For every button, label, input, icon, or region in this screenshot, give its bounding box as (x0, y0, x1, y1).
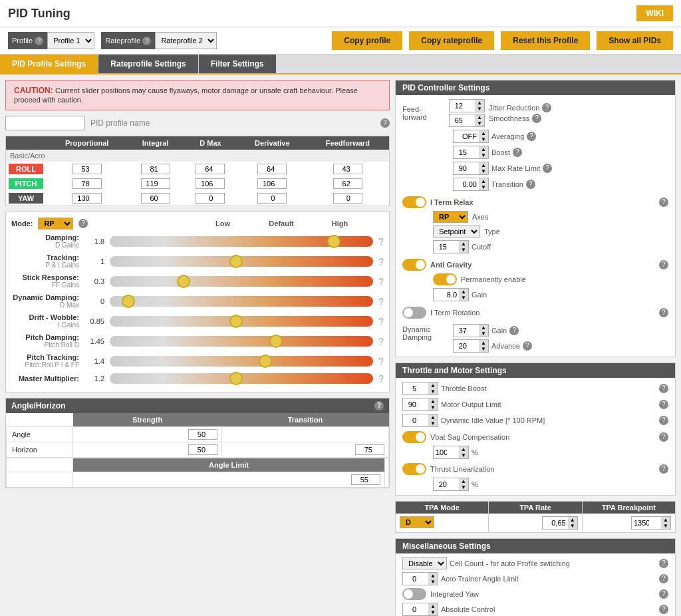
roll-proportional[interactable] (72, 164, 102, 174)
stick-response-help[interactable]: ? (378, 276, 384, 287)
profile-name-input[interactable] (5, 116, 85, 130)
integrated-yaw-toggle[interactable] (402, 588, 426, 600)
damping-help[interactable]: ? (378, 236, 384, 247)
max-rate-up[interactable]: ▲ (479, 162, 488, 168)
acro-trainer-up[interactable]: ▲ (428, 573, 438, 579)
damping-thumb[interactable] (327, 235, 340, 248)
thrust-lin-up[interactable]: ▲ (459, 478, 468, 484)
copy-rateprofile-button[interactable]: Copy rateprofile (409, 31, 494, 50)
boost-val[interactable] (454, 146, 479, 158)
thrust-lin-toggle[interactable] (402, 463, 426, 475)
dyn-advance-val[interactable] (454, 340, 479, 352)
master-mult-thumb[interactable] (229, 372, 243, 385)
feedforward-val1-down[interactable]: ▼ (475, 106, 484, 112)
motor-output-val[interactable] (403, 398, 428, 410)
thrust-lin-down[interactable]: ▼ (459, 484, 468, 490)
max-rate-val[interactable] (454, 162, 479, 174)
dynamic-idle-up[interactable]: ▲ (428, 414, 438, 420)
dyn-gain-val[interactable] (454, 325, 479, 337)
tab-pid[interactable]: PID Profile Settings (0, 55, 98, 73)
type-select[interactable]: Setpoint Gyro (433, 226, 480, 237)
gain-val[interactable] (434, 289, 459, 301)
dynamic-damping-thumb[interactable] (122, 295, 135, 308)
dynamic-idle-down[interactable]: ▼ (428, 420, 438, 426)
boost-up[interactable]: ▲ (479, 146, 488, 152)
tracking-thumb[interactable] (229, 255, 243, 268)
averaging-up[interactable]: ▲ (479, 130, 488, 136)
dyn-advance-down[interactable]: ▼ (479, 346, 488, 352)
tpa-breakpoint-val[interactable] (632, 517, 661, 529)
horizon-transition[interactable] (355, 444, 384, 455)
drift-wobble-help[interactable]: ? (378, 316, 384, 327)
averaging-down[interactable]: ▼ (479, 136, 488, 142)
max-rate-down[interactable]: ▼ (479, 168, 488, 174)
tpa-breakpoint-up[interactable]: ▲ (661, 517, 670, 523)
dyn-gain-down[interactable]: ▼ (479, 331, 488, 337)
master-mult-help[interactable]: ? (378, 373, 384, 384)
feedforward-val1-up[interactable]: ▲ (475, 100, 484, 106)
cell-count-select[interactable]: Disable 2 3 4 (402, 557, 447, 569)
roll-dmax[interactable] (196, 164, 225, 174)
vbat-sag-down[interactable]: ▼ (459, 452, 468, 458)
rateprofile-select[interactable]: Rateprofile 1 Rateprofile 2 Rateprofile … (155, 32, 217, 49)
boost-down[interactable]: ▼ (479, 152, 488, 158)
thrust-lin-pct[interactable] (434, 478, 459, 490)
pitch-integral[interactable] (141, 178, 170, 189)
reset-profile-button[interactable]: Reset this Profile (501, 31, 590, 50)
pitch-dmax[interactable] (196, 178, 225, 189)
tpa-breakpoint-down[interactable]: ▼ (661, 523, 670, 529)
tab-filter[interactable]: Filter Settings (199, 55, 276, 73)
wiki-button[interactable]: WIKI (636, 5, 673, 21)
absolute-ctrl-down[interactable]: ▼ (428, 609, 438, 615)
throttle-boost-val[interactable] (403, 383, 428, 394)
motor-output-up[interactable]: ▲ (428, 398, 438, 404)
vbat-sag-up[interactable]: ▲ (459, 446, 468, 452)
tpa-rate-down[interactable]: ▼ (568, 523, 577, 529)
averaging-val[interactable] (454, 130, 479, 142)
absolute-ctrl-up[interactable]: ▲ (428, 603, 438, 609)
feedforward-val2-down[interactable]: ▼ (475, 120, 484, 126)
vbat-sag-toggle[interactable] (402, 431, 426, 443)
pitch-tracking-help[interactable]: ? (378, 356, 384, 367)
pitch-tracking-thumb[interactable] (259, 355, 272, 368)
vbat-sag-pct[interactable] (434, 446, 459, 458)
transition-val[interactable] (454, 178, 479, 190)
tab-rateprofile[interactable]: Rateprofile Settings (98, 55, 198, 73)
angle-limit-input[interactable] (351, 474, 380, 485)
transition-up[interactable]: ▲ (479, 178, 488, 184)
tracking-help[interactable]: ? (378, 256, 384, 267)
yaw-proportional[interactable] (72, 193, 102, 204)
feedforward-val2[interactable] (450, 114, 475, 126)
roll-feedforward[interactable] (333, 164, 362, 174)
yaw-feedforward[interactable] (333, 193, 362, 204)
pitch-feedforward[interactable] (333, 178, 362, 189)
pitch-proportional[interactable] (72, 178, 102, 189)
anti-gravity-toggle[interactable] (402, 259, 426, 271)
motor-output-down[interactable]: ▼ (428, 404, 438, 410)
cutoff-down[interactable]: ▼ (459, 247, 468, 253)
tpa-rate-val[interactable] (543, 517, 568, 529)
dynamic-damping-help[interactable]: ? (378, 296, 384, 307)
roll-derivative[interactable] (257, 164, 287, 174)
drift-wobble-thumb[interactable] (229, 315, 243, 328)
pitch-derivative[interactable] (257, 178, 287, 189)
dyn-advance-up[interactable]: ▲ (479, 340, 488, 346)
axes-select[interactable]: RP RPY (433, 211, 468, 223)
acro-trainer-val[interactable] (403, 573, 428, 585)
copy-profile-button[interactable]: Copy profile (332, 31, 402, 50)
yaw-dmax[interactable] (196, 193, 225, 204)
transition-down[interactable]: ▼ (479, 184, 488, 190)
stick-response-thumb[interactable] (177, 275, 190, 288)
yaw-integral[interactable] (141, 193, 170, 204)
yaw-derivative[interactable] (257, 193, 287, 204)
throttle-boost-down[interactable]: ▼ (428, 388, 438, 394)
throttle-boost-up[interactable]: ▲ (428, 383, 438, 388)
absolute-ctrl-val[interactable] (403, 603, 428, 615)
perm-enable-toggle[interactable] (433, 273, 457, 285)
gain-down[interactable]: ▼ (459, 295, 468, 301)
dynamic-idle-val[interactable] (403, 414, 428, 426)
angle-strength[interactable] (188, 429, 217, 440)
feedforward-val2-up[interactable]: ▲ (475, 114, 484, 120)
show-all-pids-button[interactable]: Show all PIDs (597, 31, 673, 50)
horizon-strength[interactable] (188, 444, 217, 455)
